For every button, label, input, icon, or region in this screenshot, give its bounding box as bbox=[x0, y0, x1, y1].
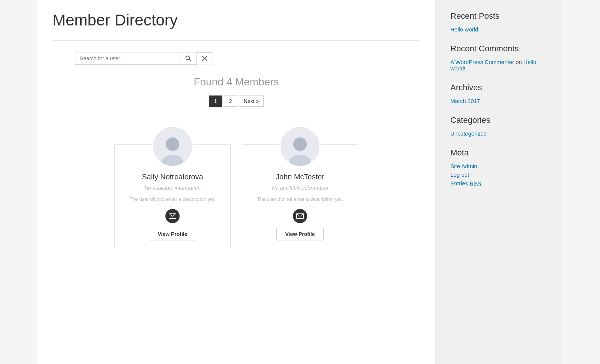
member-card: John McTester No available information T… bbox=[242, 144, 358, 248]
page-title: Member Directory bbox=[52, 11, 420, 29]
archives-heading: Archives bbox=[450, 83, 548, 92]
search-bar bbox=[75, 52, 420, 65]
categories-section: Categories Uncategorized bbox=[450, 115, 548, 137]
svg-point-4 bbox=[166, 137, 179, 151]
divider bbox=[52, 40, 420, 41]
search-button[interactable] bbox=[180, 52, 197, 65]
found-members-label: Found 4 Members bbox=[52, 76, 420, 88]
commenter-link[interactable]: A WordPress Commenter bbox=[450, 59, 514, 65]
search-icon bbox=[185, 55, 191, 61]
on-text: on bbox=[516, 59, 522, 65]
next-page-button[interactable]: Next » bbox=[239, 95, 264, 107]
member-name: Sally Notrealerova bbox=[115, 173, 230, 181]
pagination: 1 2 Next » bbox=[52, 95, 420, 107]
meta-heading: Meta bbox=[450, 148, 548, 158]
svg-point-8 bbox=[290, 155, 310, 166]
avatar-wrap bbox=[115, 126, 230, 167]
meta-section: Meta Site Admin Log out Entries RSS bbox=[450, 148, 548, 187]
member-card: Sally Notrealerova No available informat… bbox=[114, 144, 231, 248]
recent-comments-section: Recent Comments A WordPress Commenter on… bbox=[450, 44, 548, 72]
avatar bbox=[279, 126, 321, 167]
avatar-icon bbox=[156, 132, 189, 166]
site-admin-link[interactable]: Site Admin bbox=[450, 163, 548, 169]
page-1-button[interactable]: 1 bbox=[209, 95, 222, 107]
member-description: The user did not enter a description yet… bbox=[242, 195, 358, 203]
member-info: No available information bbox=[115, 185, 230, 191]
view-profile-button-2[interactable]: View Profile bbox=[276, 228, 323, 240]
recent-comment-text: A WordPress Commenter on Hello world! bbox=[450, 59, 548, 72]
category-link-1[interactable]: Uncategorized bbox=[450, 130, 548, 137]
member-description: The user did not enter a description yet… bbox=[115, 195, 230, 203]
member-name: John McTester bbox=[242, 173, 358, 181]
avatar bbox=[152, 126, 193, 167]
recent-comments-heading: Recent Comments bbox=[450, 44, 548, 54]
email-icon-button[interactable] bbox=[165, 209, 180, 223]
entries-rss-line: Entries RSS bbox=[450, 180, 548, 187]
log-out-link[interactable]: Log out bbox=[450, 172, 548, 178]
svg-line-1 bbox=[189, 60, 191, 61]
email-icon bbox=[169, 213, 176, 219]
avatar-icon bbox=[283, 132, 317, 166]
rss-link[interactable]: RSS bbox=[470, 180, 481, 186]
sidebar: Recent Posts Hello world! Recent Comment… bbox=[435, 0, 562, 364]
email-icon-button[interactable] bbox=[293, 209, 307, 223]
recent-post-link-1[interactable]: Hello world! bbox=[450, 26, 548, 33]
email-icon bbox=[296, 213, 304, 219]
page-2-button[interactable]: 2 bbox=[224, 95, 237, 107]
recent-posts-heading: Recent Posts bbox=[450, 11, 548, 21]
members-grid: Sally Notrealerova No available informat… bbox=[52, 122, 420, 248]
entries-link[interactable]: Entries bbox=[450, 180, 468, 186]
close-icon bbox=[202, 56, 207, 61]
view-profile-button-1[interactable]: View Profile bbox=[149, 228, 196, 240]
avatar-wrap bbox=[242, 126, 358, 167]
archive-link-1[interactable]: March 2017 bbox=[450, 98, 548, 104]
member-info: No available information bbox=[242, 185, 358, 191]
clear-button[interactable] bbox=[197, 52, 213, 64]
categories-heading: Categories bbox=[450, 115, 548, 125]
svg-point-5 bbox=[162, 155, 183, 166]
svg-point-7 bbox=[293, 137, 307, 151]
recent-posts-section: Recent Posts Hello world! bbox=[450, 11, 548, 33]
archives-section: Archives March 2017 bbox=[450, 83, 548, 104]
search-input[interactable] bbox=[75, 52, 180, 65]
